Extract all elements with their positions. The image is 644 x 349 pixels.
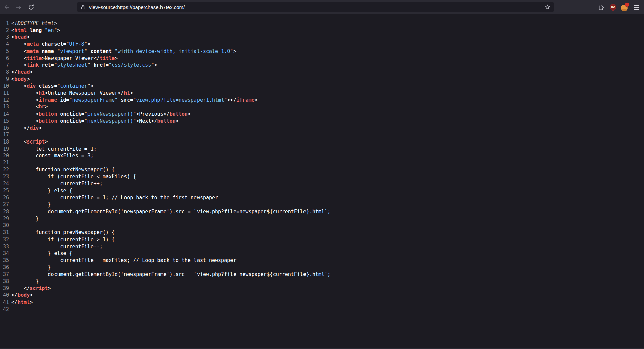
line-number: 32 [3, 236, 11, 243]
puzzle-icon [598, 4, 605, 11]
hamburger-icon [634, 5, 639, 10]
token-attr: class [39, 83, 54, 89]
token-p [39, 62, 42, 68]
token-p: > [27, 76, 30, 82]
source-line: 6 <title>Newspaper Viewer</title> [3, 55, 641, 62]
token-p: ">Next</ [133, 118, 157, 124]
token-p: </ [11, 125, 30, 131]
token-tag: button [39, 111, 57, 117]
token-p: =" [106, 62, 112, 68]
source-line: 39 </script> [3, 285, 641, 292]
line-content: function nextNewspaper() { [11, 166, 115, 173]
token-p: < [11, 62, 27, 68]
token-p: > [48, 285, 51, 291]
source-line: 21 [3, 159, 641, 166]
bookmark-star-icon[interactable] [544, 4, 550, 10]
token-p: > [30, 69, 33, 75]
blocked-avatar-extension-button[interactable] [620, 3, 630, 12]
token-p: =" [42, 27, 48, 33]
token-p: "> [230, 48, 236, 54]
token-p: "> [54, 27, 60, 33]
line-number: 37 [3, 271, 11, 278]
line-content: </div> [11, 125, 42, 132]
token-p: < [11, 90, 39, 96]
source-line: 30 [3, 222, 641, 229]
back-button[interactable] [2, 3, 11, 12]
token-p [39, 48, 42, 54]
forward-button[interactable] [14, 3, 24, 12]
source-link[interactable]: view.php?file=newspaper1.html [136, 97, 224, 103]
source-link[interactable]: css/style.css [112, 62, 151, 68]
token-p: } [11, 201, 51, 208]
token-p: > [255, 97, 258, 103]
source-line: 35 currentFile = maxFiles; // Loop back … [3, 257, 641, 264]
token-p: =" [81, 118, 87, 124]
token-p [39, 41, 42, 47]
token-p: < [11, 41, 27, 47]
token-p: " [87, 62, 94, 68]
token-p: function nextNewspaper() { [11, 167, 115, 173]
line-content: let currentFile = 1; [11, 146, 97, 153]
token-p: currentFile++; [11, 181, 103, 187]
token-tag: html [17, 299, 30, 305]
token-tag: meta [27, 48, 39, 54]
token-p: " [115, 97, 121, 103]
token-p: if (currentFile < maxFiles) { [11, 173, 136, 180]
token-tag: div [30, 125, 39, 131]
token-p: < [11, 27, 14, 33]
line-number: 21 [3, 159, 11, 166]
extensions-button[interactable] [597, 3, 606, 12]
token-attr: name [42, 48, 54, 54]
token-val: stylesheet [57, 62, 87, 68]
token-p: </ [11, 292, 17, 298]
line-number: 5 [3, 48, 11, 55]
token-tag: head [17, 69, 30, 75]
line-content: </script> [11, 285, 51, 292]
line-number: 34 [3, 250, 11, 257]
line-content: <div class="container"> [11, 83, 94, 90]
avatar-blocked-icon [621, 3, 629, 11]
line-number: 40 [3, 292, 11, 299]
token-p: const maxFiles = 3; [11, 153, 94, 159]
token-p: < [11, 139, 27, 145]
line-number: 12 [3, 97, 11, 104]
source-line: 1<!DOCTYPE html> [3, 20, 641, 27]
line-number: 38 [3, 278, 11, 285]
token-p: } [11, 278, 39, 284]
token-p: function prevNewspaper() { [11, 229, 115, 235]
line-content: currentFile = 1; // Loop back to the fir… [11, 194, 218, 201]
line-content: currentFile++; [11, 180, 103, 187]
source-line: 17 [3, 131, 641, 138]
token-p: =" [54, 48, 60, 54]
menu-button[interactable] [632, 3, 641, 12]
view-source-page: 1<!DOCTYPE html>2<html lang="en">3<head>… [0, 14, 644, 348]
ublock-label: uO [609, 5, 617, 8]
line-number: 10 [3, 83, 11, 90]
line-content: } else { [11, 187, 72, 194]
address-bar[interactable]: view-source:https://paperchase.h7tex.com… [77, 2, 554, 12]
source-line: 34 } else { [3, 250, 641, 257]
line-number: 30 [3, 222, 11, 229]
line-content: if (currentFile > 1) { [11, 236, 115, 243]
token-tag: link [27, 62, 39, 68]
token-p [57, 118, 60, 124]
token-p: < [11, 83, 27, 89]
token-p [57, 111, 60, 117]
source-line: 9<body> [3, 76, 641, 83]
token-p: > [130, 90, 133, 96]
line-number: 7 [3, 62, 11, 69]
token-val: newspaperFrame [72, 97, 115, 103]
line-number: 17 [3, 131, 11, 138]
lock-icon[interactable] [81, 4, 86, 10]
token-p: "> [87, 83, 94, 89]
token-p: } [11, 216, 39, 222]
line-content: currentFile = maxFiles; // Loop back to … [11, 257, 236, 264]
ublock-extension-button[interactable]: uO [608, 3, 618, 12]
line-content: <title>Newspaper Viewer</title> [11, 55, 118, 62]
reload-button[interactable] [26, 3, 36, 12]
token-attr: rel [42, 62, 51, 68]
line-content: } [11, 264, 51, 271]
line-number: 20 [3, 152, 11, 159]
token-tag: br [39, 104, 45, 110]
line-number: 33 [3, 243, 11, 250]
